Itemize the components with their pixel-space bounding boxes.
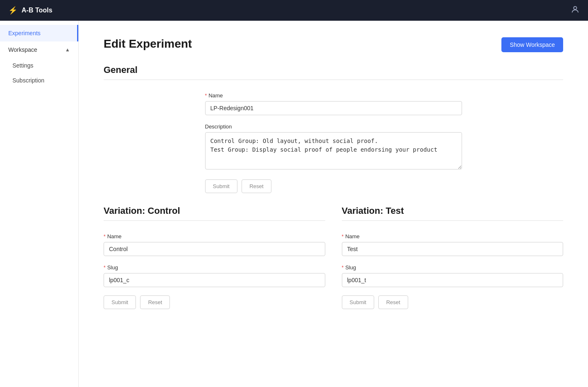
description-field-group: Description Control Group: Old layout, w… bbox=[205, 123, 462, 171]
control-reset-button[interactable]: Reset bbox=[140, 295, 170, 309]
test-name-input[interactable] bbox=[342, 242, 564, 256]
test-slug-group: * Slug bbox=[342, 264, 564, 287]
general-reset-button[interactable]: Reset bbox=[242, 179, 271, 193]
control-name-required: * bbox=[104, 234, 106, 239]
name-field-group: * Name bbox=[205, 92, 462, 115]
sidebar-workspace-label: Workspace bbox=[8, 46, 37, 53]
brand-icon: ⚡ bbox=[8, 6, 17, 15]
user-icon[interactable] bbox=[571, 5, 580, 16]
general-section-title: General bbox=[104, 65, 563, 75]
variations-section: Variation: Control * Name * Slug bbox=[104, 206, 563, 309]
show-workspace-button[interactable]: Show Workspace bbox=[501, 37, 563, 52]
variation-control-title: Variation: Control bbox=[104, 206, 325, 216]
control-name-group: * Name bbox=[104, 233, 325, 256]
variations-grid: Variation: Control * Name * Slug bbox=[104, 206, 563, 309]
variation-test-title: Variation: Test bbox=[342, 206, 564, 216]
control-submit-button[interactable]: Submit bbox=[104, 295, 136, 309]
test-name-required: * bbox=[342, 234, 344, 239]
test-slug-required: * bbox=[342, 265, 344, 271]
test-reset-button[interactable]: Reset bbox=[378, 295, 408, 309]
control-slug-input[interactable] bbox=[104, 273, 325, 287]
page-title: Edit Experiment bbox=[104, 37, 192, 51]
control-name-input[interactable] bbox=[104, 242, 325, 256]
general-submit-button[interactable]: Submit bbox=[205, 179, 237, 193]
general-section: General * Name Description Control Gr bbox=[104, 65, 563, 193]
variation-control-divider bbox=[104, 220, 325, 221]
name-label: * Name bbox=[205, 92, 462, 99]
test-form-actions: Submit Reset bbox=[342, 295, 564, 309]
test-name-group: * Name bbox=[342, 233, 564, 256]
variation-test-column: Variation: Test * Name * Slug bbox=[334, 206, 564, 309]
chevron-up-icon: ▲ bbox=[65, 47, 70, 53]
general-divider bbox=[104, 80, 563, 80]
page-header: Edit Experiment Show Workspace bbox=[104, 37, 563, 52]
test-slug-label: * Slug bbox=[342, 264, 564, 271]
variation-control-column: Variation: Control * Name * Slug bbox=[104, 206, 334, 309]
test-slug-input[interactable] bbox=[342, 273, 564, 287]
test-name-label: * Name bbox=[342, 233, 564, 239]
description-label: Description bbox=[205, 123, 462, 130]
topnav: ⚡ A-B Tools bbox=[0, 0, 588, 21]
test-submit-button[interactable]: Submit bbox=[342, 295, 374, 309]
control-slug-label: * Slug bbox=[104, 264, 325, 271]
sidebar-experiments-label: Experiments bbox=[8, 30, 41, 36]
main-content: Edit Experiment Show Workspace General *… bbox=[79, 21, 588, 387]
description-textarea[interactable]: Control Group: Old layout, without socia… bbox=[205, 132, 462, 169]
sidebar-workspace-section[interactable]: Workspace ▲ bbox=[0, 41, 78, 58]
name-required-star: * bbox=[205, 93, 207, 99]
control-name-label: * Name bbox=[104, 233, 325, 239]
brand-label: A-B Tools bbox=[22, 7, 52, 14]
general-form-actions: Submit Reset bbox=[205, 179, 462, 193]
name-input[interactable] bbox=[205, 101, 462, 115]
control-slug-group: * Slug bbox=[104, 264, 325, 287]
control-slug-required: * bbox=[104, 265, 106, 271]
control-form-actions: Submit Reset bbox=[104, 295, 325, 309]
svg-point-0 bbox=[573, 6, 576, 9]
general-form: * Name Description Control Group: Old la… bbox=[205, 92, 462, 193]
variation-test-divider bbox=[342, 220, 564, 221]
brand: ⚡ A-B Tools bbox=[8, 6, 52, 15]
sidebar: Experiments Workspace ▲ Settings Subscri… bbox=[0, 21, 79, 387]
sidebar-item-subscription[interactable]: Subscription bbox=[0, 73, 78, 88]
sidebar-item-settings[interactable]: Settings bbox=[0, 58, 78, 73]
sidebar-item-experiments[interactable]: Experiments bbox=[0, 25, 78, 41]
